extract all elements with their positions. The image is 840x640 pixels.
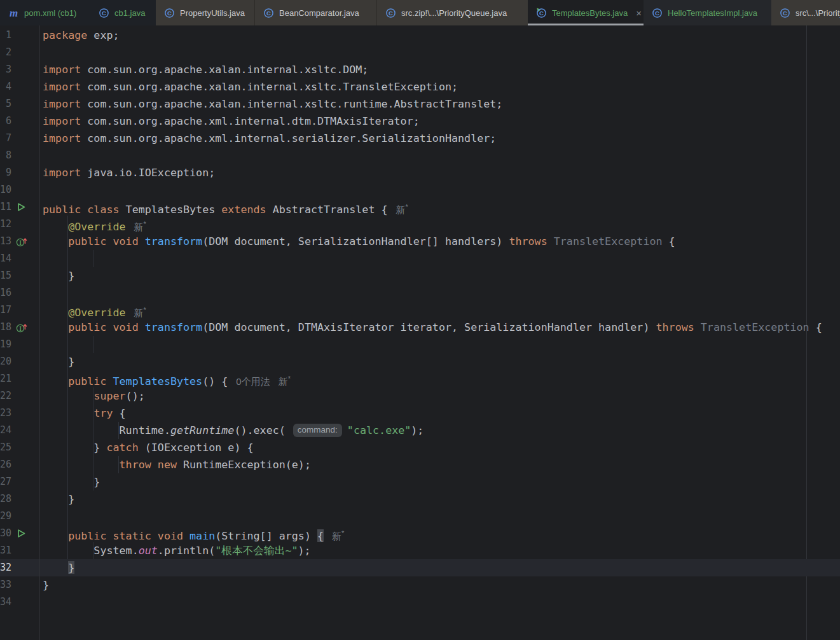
implementing-method-icon[interactable]: I — [11, 233, 39, 250]
code-line: 19 — [0, 336, 840, 353]
inlay-hint: 新 — [134, 221, 144, 232]
code-text[interactable] — [39, 250, 840, 267]
code-text[interactable]: @Override新* — [39, 216, 840, 233]
code-text[interactable]: public void transform(DOM document, DTMA… — [39, 319, 840, 336]
code-line: 6import com.sun.org.apache.xml.internal.… — [0, 113, 840, 130]
code-text[interactable]: } — [39, 267, 840, 284]
code-text[interactable] — [39, 181, 840, 198]
line-number: 7 — [0, 130, 11, 147]
code-text[interactable]: } — [39, 559, 840, 576]
java-class-icon: C — [99, 8, 109, 18]
token — [106, 529, 113, 542]
token: (); — [126, 389, 145, 402]
gutter-icon-slot — [11, 439, 39, 456]
token — [43, 529, 68, 542]
code-text[interactable]: public void transform(DOM document, Seri… — [39, 233, 840, 250]
code-text[interactable] — [39, 336, 840, 353]
tab-cb1-java[interactable]: Ccb1.java — [90, 0, 156, 25]
code-text[interactable] — [39, 147, 840, 164]
code-text[interactable]: public static void main(String[] args) {… — [39, 525, 840, 542]
tab-close-icon[interactable]: × — [634, 8, 644, 18]
line-number: 8 — [0, 147, 11, 164]
svg-text:I: I — [19, 240, 22, 246]
code-editor[interactable]: 1package exp;23import com.sun.org.apache… — [0, 25, 840, 640]
code-text[interactable]: } — [39, 576, 840, 594]
line-number: 3 — [0, 61, 11, 78]
svg-text:I: I — [19, 326, 22, 332]
code-line: 14 — [0, 250, 840, 267]
code-line: 25 } catch (IOException e) { — [0, 439, 840, 456]
parameter-hint: command: — [293, 424, 342, 437]
code-text[interactable]: package exp; — [39, 27, 840, 44]
code-line: 4import com.sun.org.apache.xalan.interna… — [0, 78, 840, 95]
token: ); — [298, 544, 311, 557]
code-text[interactable]: } — [39, 473, 840, 490]
token: throw — [120, 458, 151, 471]
code-text[interactable]: import java.io.IOException; — [39, 164, 840, 181]
token: import — [43, 115, 81, 127]
token: com.sun.org.apache.xalan.internal.xsltc.… — [81, 80, 458, 93]
code-line: 31 System.out.println("根本不会输出~"); — [0, 542, 840, 559]
run-gutter-icon[interactable] — [11, 198, 39, 216]
code-text[interactable]: System.out.println("根本不会输出~"); — [39, 542, 840, 559]
code-text[interactable]: import com.sun.org.apache.xalan.internal… — [39, 78, 840, 95]
code-text[interactable]: @Override新* — [39, 302, 840, 319]
token: @Override — [68, 220, 125, 233]
code-text[interactable] — [39, 44, 840, 61]
gutter-icon-slot — [11, 559, 39, 576]
java-class-icon: C — [164, 8, 175, 18]
token: } — [43, 355, 74, 368]
code-line: 22 super(); — [0, 387, 840, 405]
tab-propertyutils-java[interactable]: CPropertyUtils.java — [156, 0, 254, 25]
token: public — [68, 375, 106, 387]
token: throws — [656, 321, 694, 333]
code-text[interactable]: throw new RuntimeException(e); — [39, 456, 840, 473]
java-class-icon: C — [263, 8, 274, 18]
token: { — [317, 529, 324, 542]
code-text[interactable]: import com.sun.org.apache.xml.internal.s… — [39, 130, 840, 147]
code-text[interactable] — [39, 594, 840, 611]
code-text[interactable]: import com.sun.org.apache.xalan.internal… — [39, 61, 840, 78]
code-text[interactable]: super(); — [39, 387, 840, 405]
token: import — [43, 166, 81, 179]
gutter-icon-slot — [11, 302, 39, 319]
tab-beancomparator-java[interactable]: CBeanComparator.java — [254, 0, 376, 25]
run-gutter-icon[interactable] — [11, 525, 39, 542]
gutter-icon-slot — [11, 164, 39, 181]
token: TransletException — [701, 321, 809, 333]
token: try — [93, 407, 113, 419]
tab-src-zip-priorityqueue-java[interactable]: Csrc.zip!\...\PriorityQueue.java — [376, 0, 528, 25]
code-text[interactable]: Runtime.getRuntime().exec( command:"calc… — [39, 422, 840, 439]
code-line: 26 throw new RuntimeException(e); — [0, 456, 840, 473]
tab-templatesbytes-java[interactable]: CTemplatesBytes.java× — [528, 0, 644, 25]
code-line: 20 } — [0, 353, 840, 370]
gutter-icon-slot — [11, 353, 39, 370]
token: static — [113, 529, 151, 542]
token: exp; — [87, 29, 119, 41]
code-text[interactable] — [39, 284, 840, 302]
code-text[interactable]: public TemplatesBytes() {0个用法新* — [39, 370, 840, 387]
implementing-method-icon[interactable]: I — [11, 319, 39, 336]
tab-pom-xml-cb1[interactable]: mpom.xml (cb1) — [0, 0, 90, 25]
token: TemplatesBytes — [120, 203, 222, 216]
tab-label: BeanComparator.java — [279, 8, 359, 18]
inlay-hint: 新 — [279, 376, 288, 387]
token: Runtime. — [43, 424, 170, 436]
code-text[interactable]: try { — [39, 405, 840, 422]
inlay-hint: 0个用法 — [236, 376, 270, 387]
tab-src-priority[interactable]: Csrc\...\Priority — [771, 0, 840, 25]
code-text[interactable]: import com.sun.org.apache.xml.internal.d… — [39, 113, 840, 130]
svg-text:C: C — [167, 10, 172, 17]
tab-hellotemplatesimpl-java[interactable]: CHelloTemplatesImpl.java — [644, 0, 771, 25]
code-text[interactable]: } catch (IOException e) { — [39, 439, 840, 456]
code-text[interactable]: } — [39, 490, 840, 508]
code-text[interactable]: public class TemplatesBytes extends Abst… — [39, 198, 840, 216]
code-text[interactable] — [39, 508, 840, 525]
gutter-icon-slot — [11, 542, 39, 559]
token: .println( — [158, 544, 215, 557]
token: { — [663, 235, 675, 247]
token: transform — [145, 235, 202, 247]
code-text[interactable]: import com.sun.org.apache.xalan.internal… — [39, 95, 840, 113]
svg-text:C: C — [102, 10, 106, 17]
code-text[interactable]: } — [39, 353, 840, 370]
